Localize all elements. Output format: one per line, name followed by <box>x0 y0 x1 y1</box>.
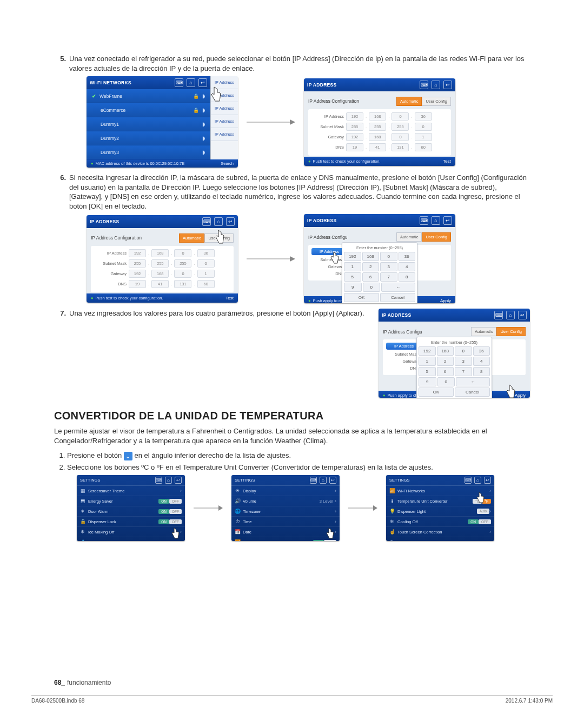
settings-item[interactable]: 💧Water FilterUnknown› <box>77 537 185 541</box>
key-3[interactable]: 3 <box>380 262 397 271</box>
tab-user-config[interactable]: User Config <box>422 97 451 106</box>
home-icon[interactable]: ⌂ <box>320 477 327 484</box>
tab-automatic[interactable]: Automatic <box>396 97 422 106</box>
settings-item[interactable]: ☀Display› <box>231 486 340 496</box>
settings-item[interactable]: ▦Screensaver Theme› <box>77 486 185 496</box>
settings-item[interactable]: ⟳S/W Update› <box>386 537 494 541</box>
settings-item[interactable]: 🌡Temperature Unit Converter°C°F <box>386 496 494 506</box>
back-icon[interactable]: ↩ <box>198 78 207 87</box>
key-backspace[interactable]: ← <box>381 283 415 292</box>
chevron-right-icon: › <box>489 509 491 514</box>
home-icon[interactable]: ⌂ <box>432 81 440 89</box>
search-button[interactable]: Search <box>221 161 234 166</box>
back-icon[interactable]: ↩ <box>175 477 182 484</box>
back-icon[interactable]: ↩ <box>226 217 235 226</box>
settings-item[interactable]: 📶Wi-Fi Networks› <box>386 486 494 496</box>
tab-automatic[interactable]: Automatic <box>396 232 422 242</box>
ipaddress-side-button[interactable]: IP Address <box>211 89 238 102</box>
wifi-item[interactable]: Dummy3 ◗ <box>87 145 210 159</box>
fahrenheit-button[interactable]: °F <box>482 499 491 504</box>
item-icon: ⬒ <box>80 498 85 504</box>
settings-item[interactable]: 📶Wi-FiONOFF <box>231 537 340 541</box>
tab-user-config[interactable]: User Config <box>496 327 526 336</box>
key-5[interactable]: 5 <box>344 272 361 282</box>
ipaddress-side-button[interactable]: IP Address <box>211 128 238 141</box>
toggle-off[interactable]: OFF <box>169 509 182 514</box>
toggle-off[interactable]: OFF <box>479 519 491 524</box>
toggle-off[interactable]: OFF <box>324 540 336 542</box>
toggle-on[interactable]: ON <box>158 499 169 504</box>
item-icon: 💡 <box>389 509 395 514</box>
home-icon[interactable]: ⌂ <box>214 217 223 226</box>
keyboard-icon[interactable]: ⌨ <box>202 217 211 226</box>
chevron-right-icon: › <box>489 488 491 493</box>
key-9[interactable]: 9 <box>344 283 362 292</box>
settings-item[interactable]: 🔒Dispenser LockONOFF <box>77 517 185 527</box>
toggle-on[interactable]: ON <box>468 519 479 524</box>
tab-user-config[interactable]: User Config <box>204 233 234 243</box>
home-icon[interactable]: ⌂ <box>474 477 481 484</box>
back-icon[interactable]: ↩ <box>329 477 336 484</box>
substep-1: Presione el botón ⌄ en el ángulo inferio… <box>67 451 530 460</box>
item-icon: ⟳ <box>389 539 395 541</box>
toggle-on[interactable]: ON <box>158 509 169 514</box>
settings-item[interactable]: ☝Touch Screen Correction› <box>386 527 494 537</box>
keyboard-icon[interactable]: ⌨ <box>175 78 183 87</box>
toggle-on[interactable]: ON <box>313 540 324 542</box>
key-6[interactable]: 6 <box>362 272 380 282</box>
keyboard-icon[interactable]: ⌨ <box>464 477 472 484</box>
settings-item[interactable]: 💡Dispenser LightAuto› <box>386 506 494 517</box>
chevron-right-icon: › <box>335 529 336 535</box>
keyboard-icon[interactable]: ⌨ <box>310 477 317 484</box>
tab-user-config[interactable]: User Config <box>422 232 451 242</box>
settings-item[interactable]: ❄Cooling OffONOFF <box>386 517 494 527</box>
tab-automatic[interactable]: Automatic <box>471 327 496 336</box>
ipaddress-side-button[interactable]: IP Address <box>211 115 238 128</box>
test-button[interactable]: Test <box>225 296 234 300</box>
key-2[interactable]: 2 <box>362 262 380 271</box>
keyboard-icon[interactable]: ⌨ <box>155 477 162 484</box>
celsius-button[interactable]: °C <box>473 499 482 504</box>
settings-item[interactable]: 🔊Volume3 Level› <box>231 496 340 506</box>
ip-title: IP ADDRESS <box>307 82 337 88</box>
back-icon[interactable]: ↩ <box>443 81 452 89</box>
home-icon[interactable]: ⌂ <box>165 477 172 484</box>
toggle-on[interactable]: ON <box>158 519 169 524</box>
back-icon[interactable]: ↩ <box>443 216 452 225</box>
settings-screen-1: SETTINGS⌨⌂↩ ▦Screensaver Theme›⬒Energy S… <box>77 475 185 541</box>
keyboard-icon[interactable]: ⌨ <box>420 216 428 225</box>
settings-item[interactable]: 🌐Timezone› <box>231 506 340 517</box>
key-4[interactable]: 4 <box>399 262 416 271</box>
settings-item[interactable]: ⬒Energy SaverONOFF <box>77 496 185 506</box>
ipaddress-side-button[interactable]: IP Address <box>211 102 238 115</box>
key-7[interactable]: 7 <box>380 272 397 282</box>
ipaddress-side-button[interactable]: IP Address <box>211 76 238 89</box>
key-cancel[interactable]: Cancel <box>380 293 415 302</box>
back-icon[interactable]: ↩ <box>518 311 527 319</box>
settings-item[interactable]: ❄Ice Making Off› <box>77 527 185 537</box>
apply-button[interactable]: Apply <box>515 393 526 398</box>
home-icon[interactable]: ⌂ <box>187 78 195 87</box>
toggle-off[interactable]: OFF <box>169 499 182 504</box>
settings-item[interactable]: ✶Door AlarmONOFF <box>77 506 185 517</box>
tab-automatic[interactable]: Automatic <box>179 233 204 243</box>
toggle-off[interactable]: OFF <box>169 519 182 524</box>
home-icon[interactable]: ⌂ <box>432 216 440 225</box>
wifi-item[interactable]: Dummy2 ◗ <box>87 131 210 145</box>
key-1[interactable]: 1 <box>344 262 361 271</box>
settings-item[interactable]: ⏱Time› <box>231 517 340 527</box>
back-icon[interactable]: ↩ <box>484 477 491 484</box>
key-ok[interactable]: OK <box>344 293 379 302</box>
settings-item[interactable]: 📅Date› <box>231 527 340 537</box>
chevron-right-icon: › <box>180 529 182 535</box>
keyboard-icon[interactable]: ⌨ <box>420 81 428 89</box>
wifi-item[interactable]: eCommerce 🔒◗ <box>87 103 210 117</box>
test-button[interactable]: Test <box>443 159 451 164</box>
key-0[interactable]: 0 <box>363 283 381 292</box>
apply-button[interactable]: Apply <box>440 298 451 303</box>
keyboard-icon[interactable]: ⌨ <box>494 311 503 319</box>
key-8[interactable]: 8 <box>399 272 416 282</box>
home-icon[interactable]: ⌂ <box>506 311 515 319</box>
wifi-item[interactable]: Dummy1 ◗ <box>87 117 210 131</box>
wifi-item[interactable]: ✔WebFrame 🔒◗ <box>87 89 210 103</box>
